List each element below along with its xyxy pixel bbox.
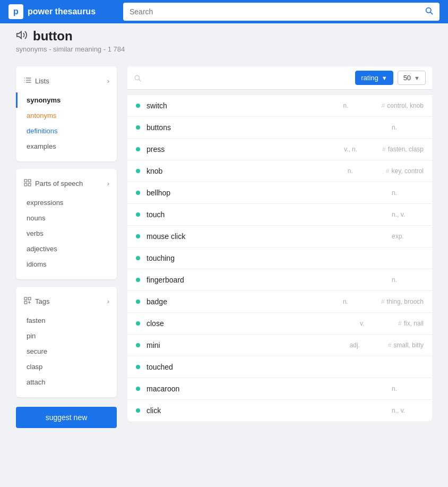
lists-label: Lists [35, 77, 49, 85]
synonym-word[interactable]: click [147, 406, 385, 415]
synonym-word[interactable]: mini [147, 341, 343, 349]
sidebar-tags-header[interactable]: Tags › [16, 292, 117, 311]
header: p power thesaurus [0, 0, 448, 23]
sidebar-pos-card: Parts of speech › expressions nouns verb… [16, 169, 117, 279]
synonym-word[interactable]: bellhop [147, 189, 385, 197]
synonym-pos: n. [392, 276, 424, 284]
hash-symbol: # [386, 167, 390, 175]
synonym-word[interactable]: mouse click [147, 232, 385, 241]
svg-rect-9 [24, 180, 27, 182]
relevance-dot [136, 387, 140, 391]
sidebar-link-synonyms[interactable]: synonyms [16, 92, 117, 108]
svg-rect-14 [28, 297, 31, 300]
svg-rect-10 [28, 180, 31, 182]
table-row: mouse clickexp. [127, 226, 432, 247]
table-row: clickn., v. [127, 400, 432, 421]
sidebar-tag-secure[interactable]: secure [16, 344, 117, 359]
relevance-dot [136, 169, 140, 173]
hash-symbol: # [398, 320, 402, 327]
synonym-pos: n. [392, 385, 424, 392]
sidebar-link-adjectives[interactable]: adjectives [16, 241, 117, 257]
synonym-tags: # fasten, clasp [382, 146, 424, 153]
table-row: closev.# fix, nail [127, 313, 432, 335]
suggest-new-button[interactable]: suggest new [16, 407, 117, 428]
svg-rect-11 [24, 183, 27, 186]
synonym-word[interactable]: touch [147, 210, 385, 219]
count-dropdown[interactable]: 50 ▼ [398, 71, 426, 85]
synonym-word[interactable]: knob [147, 167, 341, 175]
sidebar-tags-card: Tags › fasten pin secure clasp attach [16, 287, 117, 397]
sidebar-link-examples[interactable]: examples [16, 139, 117, 154]
synonyms-list: switchn.# control, knobbuttonsn.pressv.,… [127, 95, 432, 421]
rating-label: rating [361, 74, 378, 82]
relevance-dot [136, 125, 140, 130]
sidebar-tag-fasten[interactable]: fasten [16, 313, 117, 328]
relevance-dot [136, 212, 140, 217]
synonym-word[interactable]: fingerboard [147, 276, 385, 284]
speaker-icon[interactable] [16, 29, 28, 44]
svg-marker-2 [17, 31, 21, 38]
page-title: button [33, 29, 73, 44]
sidebar-pos-header[interactable]: Parts of speech › [16, 174, 117, 193]
results-panel: rating ▼ 50 ▼ switchn.# control, knobbut… [127, 66, 432, 428]
sidebar-lists-header[interactable]: Lists › [16, 72, 117, 90]
hash-symbol: # [381, 298, 385, 305]
synonym-pos: n., v. [392, 211, 424, 218]
tags-label: Tags [35, 297, 49, 305]
svg-line-1 [430, 12, 433, 14]
synonym-word[interactable]: touching [147, 254, 385, 262]
svg-rect-13 [24, 297, 27, 300]
pos-icon [23, 178, 32, 189]
logo-icon: p [8, 4, 23, 19]
table-row: touched [127, 356, 432, 378]
synonym-pos: n. [348, 167, 380, 175]
sidebar-tag-pin[interactable]: pin [16, 328, 117, 344]
sidebar-link-idioms[interactable]: idioms [16, 257, 117, 272]
search-input[interactable] [130, 7, 425, 16]
count-dropdown-arrow: ▼ [414, 75, 420, 81]
synonym-tags: # thing, brooch [381, 298, 424, 305]
search-button[interactable] [425, 6, 433, 17]
synonym-word[interactable]: badge [147, 297, 337, 306]
pos-chevron: › [107, 180, 109, 187]
sidebar-link-nouns[interactable]: nouns [16, 210, 117, 226]
sidebar-tag-attach[interactable]: attach [16, 374, 117, 390]
synonym-word[interactable]: macaroon [147, 385, 385, 393]
sidebar-lists-card: Lists › synonyms antonyms definitions ex… [16, 66, 117, 161]
svg-line-19 [139, 79, 141, 81]
table-row: touching [127, 247, 432, 269]
synonym-word[interactable]: press [147, 145, 338, 153]
sidebar-link-expressions[interactable]: expressions [16, 195, 117, 210]
table-row: bellhopn. [127, 182, 432, 204]
lists-chevron: › [107, 77, 109, 85]
table-row: badgen.# thing, brooch [127, 291, 432, 313]
sidebar-link-verbs[interactable]: verbs [16, 226, 117, 241]
sidebar-link-definitions[interactable]: definitions [16, 123, 117, 139]
relevance-dot [136, 343, 140, 347]
lists-icon [23, 76, 32, 86]
table-row: switchn.# control, knob [127, 95, 432, 117]
hash-symbol: # [388, 341, 392, 349]
rating-dropdown[interactable]: rating ▼ [355, 71, 393, 85]
table-row: touchn., v. [127, 204, 432, 226]
word-header: button synonyms - similar meaning - 1 78… [0, 23, 448, 56]
count-label: 50 [403, 74, 411, 82]
relevance-dot [136, 147, 140, 151]
relevance-dot [136, 365, 140, 369]
word-subtitle: synonyms - similar meaning - 1 784 [16, 45, 432, 53]
synonym-pos: v. [360, 320, 392, 327]
hash-symbol: # [382, 102, 385, 109]
synonym-word[interactable]: touched [147, 363, 385, 371]
synonym-word[interactable]: buttons [147, 123, 385, 132]
synonym-pos: n. [392, 124, 424, 131]
sidebar-tag-clasp[interactable]: clasp [16, 359, 117, 374]
synonym-word[interactable]: close [147, 319, 354, 328]
svg-rect-12 [28, 183, 31, 186]
logo-area: p power thesaurus [8, 4, 115, 19]
sidebar-link-antonyms[interactable]: antonyms [16, 108, 117, 123]
table-row: miniadj.# small, bitty [127, 335, 432, 356]
table-row: pressv., n.# fasten, clasp [127, 139, 432, 160]
relevance-dot [136, 321, 140, 326]
synonym-word[interactable]: switch [147, 101, 337, 110]
pos-label: Parts of speech [35, 180, 83, 187]
